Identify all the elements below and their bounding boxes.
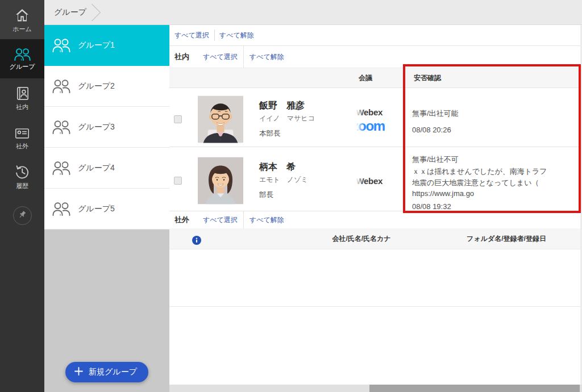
history-icon — [14, 164, 30, 180]
select-all-link[interactable]: すべて選択 — [174, 31, 209, 40]
horizontal-scrollbar-thumb[interactable] — [369, 385, 580, 392]
horizontal-scrollbar[interactable] — [169, 385, 582, 392]
safety-message: ｘｘは揺れませんでしたが、南海トラフ 地震の巨大地震注意となってしまい（ htt… — [412, 166, 577, 199]
sidebar-item-groups[interactable]: グループ — [0, 39, 44, 78]
group-icon — [52, 120, 71, 134]
group-item-label: グループ5 — [78, 204, 115, 214]
avatar-photo — [198, 95, 243, 143]
breadcrumb-chevron-icon — [91, 3, 101, 22]
breadcrumb[interactable]: グループ — [54, 7, 86, 18]
groups-icon — [14, 48, 31, 61]
sidebar: ホーム グループ 社内 — [0, 0, 44, 392]
sidebar-item-home-label: ホーム — [13, 26, 32, 32]
sidebar-item-internal[interactable]: 社内 — [0, 78, 44, 118]
internal-section-label: 社内 — [174, 52, 189, 62]
home-icon — [14, 7, 30, 23]
global-select-toolbar: すべて選択 すべて解除 — [169, 25, 582, 46]
internal-deselect-all-link[interactable]: すべて解除 — [250, 52, 284, 62]
group-item-label: グループ1 — [78, 40, 115, 51]
deselect-all-link[interactable]: すべて解除 — [219, 31, 254, 40]
business-card-icon — [14, 126, 30, 140]
group-icon — [52, 79, 71, 93]
safety-time: 08/08 20:26 — [412, 126, 577, 134]
group-item-5[interactable]: グループ5 — [44, 189, 169, 230]
pin-button-wrap — [0, 196, 44, 235]
meeting-cell: Webex — [356, 149, 385, 213]
zoom-logo[interactable]: zoom — [356, 119, 385, 133]
group-icon — [52, 202, 71, 216]
sidebar-item-home[interactable]: ホーム — [0, 0, 44, 39]
safety-message-line: 地震の巨大地震注意となってしまい（ — [412, 177, 577, 189]
row-checkbox[interactable] — [174, 115, 182, 123]
safety-status: 無事/出社不可 — [412, 156, 577, 163]
member-name: 飯野 雅彦 — [259, 100, 315, 110]
member-kana: エモト ノゾミ — [259, 176, 308, 184]
internal-table-header: 会議 安否確認 — [169, 68, 582, 88]
group-icon — [52, 38, 71, 52]
sidebar-item-history[interactable]: 履歴 — [0, 157, 44, 196]
app-window: ホーム グループ 社内 — [0, 0, 582, 392]
main-panel: すべて選択 すべて解除 社内 すべて選択 すべて解除 会議 安否確認 — [169, 25, 582, 392]
external-section-label: 社外 — [174, 215, 189, 225]
external-table-header: 会社/氏名/氏名カナ フォルダ名/登録者/登録日 — [169, 228, 582, 249]
external-section-header: 社外 すべて選択 すべて解除 — [169, 211, 582, 228]
group-item-label: グループ3 — [78, 122, 115, 132]
safety-message-line: ｘｘは揺れませんでしたが、南海トラフ — [412, 166, 577, 177]
member-row-iino[interactable]: 飯野 雅彦 イイノ マサヒコ 本部長 Webex zoom 無事/出社可能 08… — [169, 88, 582, 147]
member-kana: イイノ マサヒコ — [259, 114, 315, 122]
avatar-photo — [198, 157, 243, 205]
info-icon[interactable] — [192, 236, 201, 245]
sidebar-item-internal-label: 社内 — [16, 104, 28, 110]
member-name-cell: 飯野 雅彦 イイノ マサヒコ 本部長 — [259, 100, 315, 137]
column-header-folder: フォルダ名/登録者/登録日 — [454, 228, 559, 249]
member-name-cell: 柄本 希 エモト ノゾミ 部長 — [259, 162, 308, 199]
sidebar-item-history-label: 履歴 — [16, 183, 28, 189]
topbar: グループ — [44, 0, 582, 25]
plus-icon — [74, 367, 83, 377]
webex-logo[interactable]: Webex — [356, 176, 383, 187]
safety-time: 08/08 19:32 — [412, 203, 577, 210]
meeting-cell: Webex zoom — [356, 90, 385, 149]
internal-select-all-link[interactable]: すべて選択 — [203, 52, 238, 62]
internal-section-header: 社内 すべて選択 すべて解除 — [169, 46, 582, 68]
safety-cell: 無事/出社不可 ｘｘは揺れませんでしたが、南海トラフ 地震の巨大地震注意となって… — [412, 156, 577, 210]
group-item-label: グループ2 — [78, 81, 115, 91]
address-book-icon — [15, 86, 30, 101]
group-item-3[interactable]: グループ3 — [44, 107, 169, 148]
column-header-company: 会社/氏名/氏名カナ — [313, 228, 410, 249]
member-title: 部長 — [259, 191, 308, 199]
group-item-2[interactable]: グループ2 — [44, 66, 169, 107]
group-item-1[interactable]: グループ1 — [44, 25, 169, 66]
member-title: 本部長 — [259, 129, 315, 137]
external-table-empty — [169, 249, 582, 307]
sidebar-item-groups-label: グループ — [10, 64, 35, 70]
new-group-button-label: 新規グループ — [89, 367, 137, 377]
member-name: 柄本 希 — [259, 162, 308, 172]
sidebar-item-external-label: 社外 — [16, 143, 28, 149]
group-item-4[interactable]: グループ4 — [44, 148, 169, 189]
member-row-emoto[interactable]: 柄本 希 エモト ノゾミ 部長 Webex 無事/出社不可 ｘｘは揺れませんでし… — [169, 147, 582, 211]
safety-status: 無事/出社可能 — [412, 110, 577, 117]
sidebar-item-external[interactable]: 社外 — [0, 118, 44, 157]
row-checkbox[interactable] — [174, 177, 182, 185]
divider — [214, 30, 215, 41]
group-icon — [52, 161, 71, 175]
group-item-label: グループ4 — [78, 163, 115, 173]
safety-cell: 無事/出社可能 08/08 20:26 — [412, 110, 577, 134]
divider — [243, 46, 244, 68]
pin-button[interactable] — [13, 206, 32, 225]
column-header-meeting: 会議 — [326, 68, 405, 87]
external-select-all-link[interactable]: すべて選択 — [203, 215, 238, 225]
pin-icon — [18, 210, 27, 222]
new-group-button[interactable]: 新規グループ — [65, 362, 148, 382]
webex-logo[interactable]: Webex — [356, 107, 383, 118]
divider — [243, 211, 244, 228]
external-deselect-all-link[interactable]: すべて解除 — [250, 215, 284, 225]
column-header-safety: 安否確認 — [414, 68, 441, 87]
group-list: グループ1 グループ2 グループ3 — [44, 25, 169, 392]
safety-message-line: https://www.jma.go — [412, 188, 577, 199]
